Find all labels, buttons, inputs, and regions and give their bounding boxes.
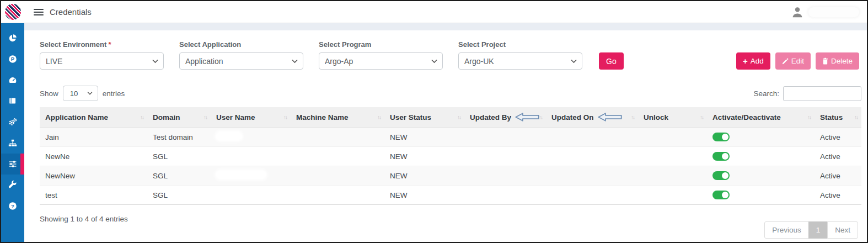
cell-unlock: [638, 166, 707, 186]
brand-logo-icon: [5, 4, 21, 20]
cell-updated-by: [464, 147, 546, 166]
wrench-icon: [8, 181, 17, 189]
table-row[interactable]: NewNew SGL NEW Active: [40, 166, 861, 186]
activate-toggle[interactable]: [712, 171, 730, 180]
program-select[interactable]: Argo-Ap: [319, 52, 443, 70]
hamburger-menu-icon[interactable]: [34, 7, 44, 17]
table-header-row: Application Name↑↓ Domain↑↓ User Name↑↓ …: [40, 107, 861, 128]
sidebar-item-analytics[interactable]: [1, 28, 24, 49]
environment-select[interactable]: LIVE: [40, 52, 164, 70]
cell-activate-deactivate: [707, 128, 815, 147]
col-header-activate-deactivate[interactable]: Activate/Deactivate↑↓: [707, 107, 815, 128]
col-header-unlock[interactable]: Unlock↑↓: [638, 107, 707, 128]
search-input[interactable]: [783, 86, 861, 101]
col-header-user-name[interactable]: User Name↑↓: [211, 107, 291, 128]
sidebar-item-credentials[interactable]: [1, 154, 24, 175]
svg-text:P: P: [11, 56, 15, 62]
add-button[interactable]: +Add: [736, 52, 770, 70]
plus-icon: +: [743, 57, 748, 65]
col-header-updated-on[interactable]: Updated On↑↓: [546, 107, 638, 128]
cell-updated-by: [464, 186, 546, 205]
col-header-status[interactable]: Status↑↓: [815, 107, 861, 128]
sitemap-icon: [8, 139, 17, 147]
trash-icon: [822, 57, 828, 65]
activate-toggle[interactable]: [712, 133, 730, 141]
sidebar-item-product[interactable]: P: [1, 49, 24, 70]
cell-status: Active: [815, 166, 861, 186]
cell-machine-name: [291, 147, 384, 166]
sidebar-item-services[interactable]: [1, 112, 24, 133]
redacted-user-name: [216, 171, 266, 179]
search-label: Search:: [753, 89, 779, 98]
col-header-updated-by[interactable]: Updated By↑↓: [464, 107, 546, 128]
cell-machine-name: [291, 128, 384, 147]
cell-unlock: [638, 147, 707, 166]
cell-updated-on: [546, 147, 638, 166]
table-row[interactable]: Jain Test domain NEW Active: [40, 128, 861, 147]
activate-toggle[interactable]: [712, 152, 730, 161]
app-logo[interactable]: [1, 4, 24, 20]
col-header-domain[interactable]: Domain↑↓: [147, 107, 211, 128]
col-header-application-name[interactable]: Application Name↑↓: [40, 107, 147, 128]
show-label: Show: [40, 89, 58, 98]
application-select[interactable]: Application: [179, 52, 303, 70]
sort-icon[interactable]: ↑↓: [854, 114, 858, 120]
sidebar-item-hierarchy[interactable]: [1, 133, 24, 154]
cell-updated-by: [464, 166, 546, 186]
project-label: Select Project: [458, 40, 582, 49]
cell-status: Active: [815, 147, 861, 166]
cell-domain: SGL: [147, 186, 211, 205]
page-size-select[interactable]: 10: [63, 86, 98, 101]
sort-icon[interactable]: ↑↓: [700, 114, 703, 120]
redacted-user-name: [216, 151, 258, 160]
col-header-user-status[interactable]: User Status↑↓: [384, 107, 464, 128]
edit-button[interactable]: Edit: [775, 52, 811, 70]
svg-text:?: ?: [11, 203, 14, 209]
page-title: Credentials: [50, 7, 92, 17]
cell-updated-by: [464, 128, 546, 147]
user-avatar-icon[interactable]: [791, 6, 804, 19]
redacted-user-name: [216, 132, 242, 140]
cell-application-name: NewNe: [40, 147, 147, 166]
program-label: Select Program: [319, 40, 443, 49]
sort-icon[interactable]: ↑↓: [807, 114, 811, 120]
table-row[interactable]: NewNe SGL NEW Active: [40, 147, 861, 166]
cell-domain: SGL: [147, 166, 211, 186]
sliders-icon: [8, 160, 17, 168]
previous-page-button[interactable]: Previous: [764, 221, 809, 239]
activate-toggle[interactable]: [712, 191, 730, 199]
page-background-strip: [24, 23, 867, 30]
table-row[interactable]: test SGL NEW Active: [40, 186, 861, 205]
sort-icon[interactable]: ↑↓: [457, 114, 460, 120]
sidebar-item-tools[interactable]: [1, 175, 24, 196]
environment-label: Select Environment*: [40, 40, 164, 49]
sidebar-nav: P ?: [1, 23, 24, 242]
cell-status: Active: [815, 128, 861, 147]
sidebar-item-dashboard[interactable]: [1, 70, 24, 91]
col-header-machine-name[interactable]: Machine Name↑↓: [291, 107, 384, 128]
cell-activate-deactivate: [707, 186, 815, 205]
project-select[interactable]: Argo-UK: [458, 52, 582, 70]
sidebar-item-logs[interactable]: [1, 91, 24, 112]
delete-button[interactable]: Delete: [816, 52, 859, 70]
sort-icon[interactable]: ↑↓: [377, 114, 381, 120]
cell-user-name: [211, 186, 291, 205]
current-page-button[interactable]: 1: [808, 221, 828, 239]
cell-domain: SGL: [147, 147, 211, 166]
sort-icon[interactable]: ↑↓: [203, 114, 207, 120]
book-icon: [8, 97, 17, 105]
entries-label: entries: [103, 89, 125, 98]
pie-chart-icon: [8, 34, 17, 43]
cell-unlock: [638, 186, 707, 205]
cell-updated-on: [546, 128, 638, 147]
sort-icon[interactable]: ↑↓: [539, 114, 542, 120]
next-page-button[interactable]: Next: [827, 221, 858, 239]
table-info-text: Showing 1 to 4 of 4 entries: [40, 213, 128, 223]
cell-activate-deactivate: [707, 147, 815, 166]
go-button[interactable]: Go: [599, 52, 624, 70]
redacted-username-text: [808, 7, 859, 17]
sort-icon[interactable]: ↑↓: [283, 114, 287, 120]
sort-icon[interactable]: ↑↓: [631, 114, 634, 120]
sidebar-item-help[interactable]: ?: [1, 196, 24, 216]
sort-icon[interactable]: ↑↓: [140, 114, 143, 120]
